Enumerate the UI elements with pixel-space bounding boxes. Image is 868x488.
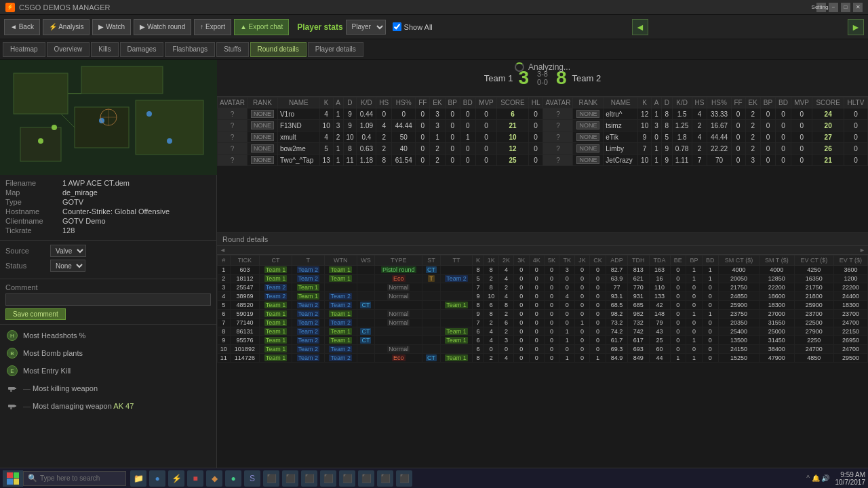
taskbar-icon-app12[interactable]: ⬛ [396, 470, 412, 487]
hostname-value: Counter-Strike: Global Offensive [62, 207, 170, 216]
show-all-checkbox[interactable] [393, 22, 401, 31]
map-label: Map [5, 188, 60, 197]
taskbar-date: 10/7/2017 [835, 479, 866, 486]
rounds-header-row: # TICK CT T WTN WS TYPE ST TT K 1K 2K 3K… [218, 256, 868, 266]
round-row-2: 325547Team 2Team 1Normal7820000007777011… [218, 283, 868, 292]
stuffs-tab[interactable]: Stuffs [216, 42, 248, 57]
source-select[interactable]: Valve [50, 245, 86, 257]
players-tbody: ?NONEV1ro4190.44000300060?NONEeltru^1218… [218, 108, 868, 166]
col-bd2: BD [776, 98, 791, 108]
svg-rect-1 [14, 73, 68, 114]
half2-score: 0-0 [537, 78, 548, 86]
map-preview [0, 60, 217, 175]
svg-point-9 [52, 125, 57, 130]
round-row-5: 659019Team 1Team 2Team 1Normal9820000009… [218, 310, 868, 319]
player-dropdown[interactable]: Player [346, 20, 386, 35]
col-a2: A [652, 98, 662, 108]
round-row-8: 995576Team 1Team 2Team 1CTTeam 164300010… [218, 336, 868, 345]
heatmap-tab[interactable]: Heatmap [3, 42, 45, 57]
taskbar-icon-steam[interactable]: S [244, 470, 260, 487]
svg-point-10 [99, 118, 104, 123]
round-row-0: 1603Team 1Team 2Team 1Pistol roundCT8840… [218, 266, 868, 274]
rh-4k: 4K [529, 256, 544, 266]
bomb-plants-label: Most Bomb plants [23, 349, 83, 357]
loading-spinner [515, 62, 524, 72]
taskbar-search-input[interactable] [40, 474, 121, 482]
nav-toolbar: Heatmap Overview Kills Damages Flashbang… [0, 39, 868, 60]
taskbar-icon-app6[interactable]: ⬛ [282, 470, 298, 487]
map-svg [0, 60, 217, 175]
watch-round-button[interactable]: ▶ Watch round [134, 19, 191, 35]
round-row-10: 11114726Team 1Team 2Team 2EcoCTTeam 1824… [218, 354, 868, 363]
rh-tick: TICK [230, 256, 260, 266]
svg-point-8 [38, 138, 43, 144]
flashbangs-tab[interactable]: Flashbangs [165, 42, 215, 57]
stats-icons: H Most Headshots % B Most Bomb plants E … [0, 325, 216, 468]
taskbar-search[interactable]: 🔍 [23, 471, 126, 486]
round-details-header: Round details [217, 233, 868, 246]
clientname-value: GOTV Demo [62, 217, 106, 225]
back-button[interactable]: ◄ Back [4, 19, 40, 35]
col-mvp2: MVP [791, 98, 812, 108]
col-score: SCORE [497, 98, 529, 108]
player-stats-table: AVATAR RANK NAME K A D K/D HS HS% FF EK … [217, 97, 868, 166]
maximize-btn[interactable]: □ [841, 3, 850, 12]
col-rank: RANK [248, 98, 278, 108]
filename-value: 1 AWP ACE CT.dem [62, 179, 130, 187]
kills-tab[interactable]: Kills [91, 42, 118, 57]
taskbar-icon-app5[interactable]: ⬛ [263, 470, 279, 487]
svg-point-12 [167, 138, 172, 144]
export-button[interactable]: ↑ Export [194, 19, 231, 35]
taskbar-icon-app8[interactable]: ⬛ [320, 470, 336, 487]
start-button[interactable] [3, 470, 23, 487]
save-comment-button[interactable]: Save comment [5, 308, 66, 320]
app-title: CSGO DEMOS MANAGER [19, 3, 816, 12]
taskbar-icon-app3[interactable]: ◆ [206, 470, 222, 487]
search-icon: 🔍 [28, 474, 37, 483]
taskbar-icon-explorer[interactable]: 📁 [130, 470, 146, 487]
col-bd: BD [460, 98, 475, 108]
taskbar-icon-app11[interactable]: ⬛ [377, 470, 393, 487]
team1-label: Team 1 [484, 73, 513, 83]
killing-weapon-icon [5, 382, 19, 395]
rh-type: TYPE [375, 256, 422, 266]
taskbar-icon-app10[interactable]: ⬛ [358, 470, 374, 487]
minimize-btn[interactable]: − [829, 3, 838, 12]
player-details-tab[interactable]: Player details [308, 42, 363, 57]
left-panel: Filename 1 AWP ACE CT.dem Map de_mirage … [0, 60, 217, 468]
analysis-button[interactable]: ⚡ Analysis [43, 19, 90, 35]
taskbar-time: 9:59 AM [835, 471, 866, 479]
svg-point-11 [146, 111, 152, 117]
rh-bp: BP [686, 256, 703, 266]
col-hl: HL [528, 98, 543, 108]
windows-logo [7, 472, 19, 485]
nav-right-arrow[interactable]: ► [848, 19, 864, 35]
taskbar-icon-app7[interactable]: ⬛ [301, 470, 317, 487]
rounds-table: # TICK CT T WTN WS TYPE ST TT K 1K 2K 3K… [217, 255, 868, 363]
taskbar: 🔍 📁 ● ⚡ ■ ◆ ● S ⬛ ⬛ ⬛ ⬛ ⬛ ⬛ ⬛ ⬛ ^ 🔔 🔊 9:… [0, 468, 868, 488]
col-hl2: HLTV [844, 98, 867, 108]
round-details-tab[interactable]: Round details [250, 42, 307, 57]
comment-input[interactable] [5, 293, 211, 306]
round-row-9: 10101892Team 1Team 2Team 2Normal60000000… [218, 345, 868, 354]
source-label: Source [5, 247, 46, 255]
taskbar-icon-app2[interactable]: ■ [187, 470, 203, 487]
close-btn[interactable]: ✕ [853, 3, 863, 12]
taskbar-icon-app9[interactable]: ⬛ [339, 470, 355, 487]
col-hs: HS [376, 98, 392, 108]
hostname-label: Hostname [5, 207, 60, 216]
status-select[interactable]: None [50, 260, 85, 272]
col-kd2: K/D [672, 98, 692, 108]
rh-tt: TT [440, 256, 473, 266]
taskbar-icon-app4[interactable]: ● [225, 470, 241, 487]
overview-tab[interactable]: Overview [47, 42, 90, 57]
nav-left-arrow[interactable]: ◄ [632, 19, 648, 35]
col-bp2: BP [760, 98, 775, 108]
taskbar-icon-chrome[interactable]: ● [149, 470, 165, 487]
taskbar-icon-app1[interactable]: ⚡ [168, 470, 184, 487]
damages-tab[interactable]: Damages [120, 42, 164, 57]
export-chat-button[interactable]: ▲ Export chat [234, 19, 289, 35]
watch-button[interactable]: ▶ Watch [92, 19, 131, 35]
headshots-icon: H [5, 329, 19, 342]
settings-btn[interactable]: Settings [816, 3, 826, 12]
